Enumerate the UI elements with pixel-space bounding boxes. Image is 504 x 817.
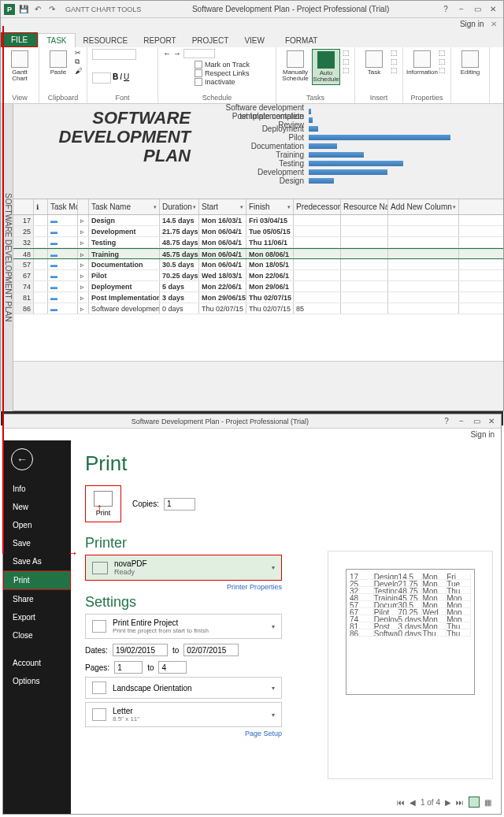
table-row[interactable]: 86▬▹Software development template0 daysT… <box>13 303 503 314</box>
empty-rows[interactable] <box>13 314 503 362</box>
deliverable-button[interactable]: ⬚ <box>391 66 398 74</box>
copy-button[interactable]: ⧉ <box>75 58 82 66</box>
outdent-button[interactable]: ← <box>163 49 171 58</box>
paste-button[interactable]: Paste <box>44 49 72 77</box>
editing-button[interactable]: Editing <box>456 49 484 77</box>
zoom-to-page-button[interactable] <box>469 797 480 808</box>
collapse-ribbon-icon[interactable]: ✕ <box>491 20 497 28</box>
col-predecessors[interactable]: Predecessors▾ <box>294 199 341 214</box>
nav-account[interactable]: Account <box>3 654 71 672</box>
nav-print[interactable]: Print <box>3 570 71 590</box>
italic-button[interactable]: I <box>120 72 122 81</box>
table-row[interactable]: 17▬▹Design14.5 daysMon 16/03/1Fri 03/04/… <box>13 215 503 226</box>
tab-report[interactable]: REPORT <box>135 33 184 47</box>
printer-properties-link[interactable]: Printer Properties <box>85 583 282 591</box>
nav-saveas[interactable]: Save As <box>3 552 71 570</box>
next-page-button[interactable]: ▶ <box>445 798 451 807</box>
printer-select[interactable]: novaPDF Ready ▾ <box>85 555 282 581</box>
nav-info[interactable]: Info <box>3 480 71 498</box>
signin-link[interactable]: Sign in <box>460 20 484 28</box>
print-scope-select[interactable]: Print Entire ProjectPrint the project fr… <box>85 614 282 639</box>
table-row[interactable]: 67▬▹Pilot70.25 daysWed 18/03/1Mon 22/06/… <box>13 270 503 281</box>
page-to-input[interactable] <box>158 661 187 674</box>
col-id[interactable] <box>13 199 34 214</box>
indent-button[interactable]: → <box>173 49 181 58</box>
underline-button[interactable]: U <box>124 72 129 81</box>
timeline-button[interactable]: ⬚ <box>439 66 446 74</box>
col-resource[interactable]: Resource Names▾ <box>341 199 388 214</box>
mode-button[interactable]: ⬚ <box>343 66 350 74</box>
nav-options[interactable]: Options <box>3 672 71 690</box>
help-icon[interactable]: ? <box>439 5 453 13</box>
restore-icon[interactable]: ▭ <box>470 5 484 13</box>
tab-format[interactable]: FORMAT <box>277 33 325 47</box>
format-painter-button[interactable]: 🖌 <box>75 67 82 75</box>
page-from-input[interactable] <box>114 661 143 674</box>
cut-button[interactable]: ✂ <box>75 49 82 57</box>
task-button[interactable]: Task <box>360 49 388 77</box>
restore-icon-2[interactable]: ▭ <box>470 417 483 425</box>
page-setup-link[interactable]: Page Setup <box>85 730 282 737</box>
tab-resource[interactable]: RESOURCE <box>76 33 136 47</box>
paper-select[interactable]: Letter8.5" x 11" ▾ <box>85 702 282 727</box>
close-icon-2[interactable]: ✕ <box>485 417 498 425</box>
nav-new[interactable]: New <box>3 498 71 516</box>
mark-on-track-button[interactable]: Mark on Track <box>195 61 250 69</box>
gantt-chart-button[interactable]: Gantt Chart <box>6 49 34 84</box>
move-button[interactable]: ⬚ <box>343 58 350 65</box>
print-button[interactable]: Print <box>85 485 121 522</box>
nav-close[interactable]: Close <box>3 626 71 644</box>
table-row[interactable]: 81▬▹Post Implementation3 daysMon 29/06/1… <box>13 292 503 303</box>
date-from-input[interactable] <box>113 644 168 656</box>
close-icon[interactable]: ✕ <box>486 5 500 13</box>
first-page-button[interactable]: ⏮ <box>397 798 405 807</box>
redo-icon[interactable]: ↷ <box>46 4 57 15</box>
inactivate-button[interactable]: Inactivate <box>195 78 250 86</box>
col-start[interactable]: Start▾ <box>199 199 246 214</box>
col-mode[interactable]: Task Mode▾ <box>48 199 78 214</box>
col-duration[interactable]: Duration▾ <box>160 199 199 214</box>
font-combo[interactable] <box>92 49 136 60</box>
notes-button[interactable]: ⬚ <box>439 49 446 57</box>
minimize-icon-2[interactable]: − <box>455 417 468 425</box>
multipage-button[interactable]: ▦ <box>484 798 491 807</box>
save-icon[interactable]: 💾 <box>18 4 29 15</box>
orientation-select[interactable]: Landscape Orientation ▾ <box>85 677 282 699</box>
details-button[interactable]: ⬚ <box>439 58 446 65</box>
back-button[interactable]: ← <box>11 448 33 470</box>
table-row[interactable]: 57▬▹Documentation30.5 daysMon 06/04/1Mon… <box>13 259 503 270</box>
pct-button[interactable] <box>183 49 215 58</box>
tab-project[interactable]: PROJECT <box>184 33 237 47</box>
copies-input[interactable] <box>164 498 195 511</box>
fontsize-combo[interactable] <box>92 72 111 84</box>
manually-schedule-button[interactable]: Manually Schedule <box>281 49 309 84</box>
minimize-icon[interactable]: − <box>454 5 469 13</box>
milestone-button[interactable]: ⬚ <box>391 58 398 65</box>
last-page-button[interactable]: ⏭ <box>456 798 464 807</box>
signin-link-2[interactable]: Sign in <box>470 430 495 439</box>
undo-icon[interactable]: ↶ <box>32 4 43 15</box>
table-row[interactable]: 32▬▹Testing48.75 daysMon 06/04/1Thu 11/0… <box>13 237 503 248</box>
nav-export[interactable]: Export <box>3 608 71 626</box>
nav-share[interactable]: Share <box>3 590 71 608</box>
nav-save[interactable]: Save <box>3 534 71 552</box>
col-add-new[interactable]: Add New Column▾ <box>388 199 459 214</box>
col-finish[interactable]: Finish▾ <box>246 199 294 214</box>
information-button[interactable]: Information <box>408 49 436 77</box>
col-info[interactable]: ℹ <box>34 199 48 214</box>
nav-open[interactable]: Open <box>3 516 71 534</box>
table-row[interactable]: 74▬▹Deployment5 daysMon 22/06/1Mon 29/06… <box>13 281 503 292</box>
tab-file[interactable]: FILE <box>1 32 38 47</box>
prev-page-button[interactable]: ◀ <box>410 798 416 807</box>
tab-view[interactable]: VIEW <box>236 33 272 47</box>
respect-links-button[interactable]: Respect Links <box>195 69 250 77</box>
auto-schedule-button[interactable]: Auto Schedule <box>312 49 340 85</box>
summary-button[interactable]: ⬚ <box>391 49 398 57</box>
tab-task[interactable]: TASK <box>38 33 75 47</box>
help-icon-2[interactable]: ? <box>440 417 453 425</box>
table-row[interactable]: 25▬▹Development21.75 daysMon 06/04/1Tue … <box>13 226 503 237</box>
date-to-input[interactable] <box>183 644 239 656</box>
col-name[interactable]: Task Name▾ <box>89 199 160 214</box>
bold-button[interactable]: B <box>113 72 118 81</box>
inspect-button[interactable]: ⬚ <box>343 49 350 57</box>
